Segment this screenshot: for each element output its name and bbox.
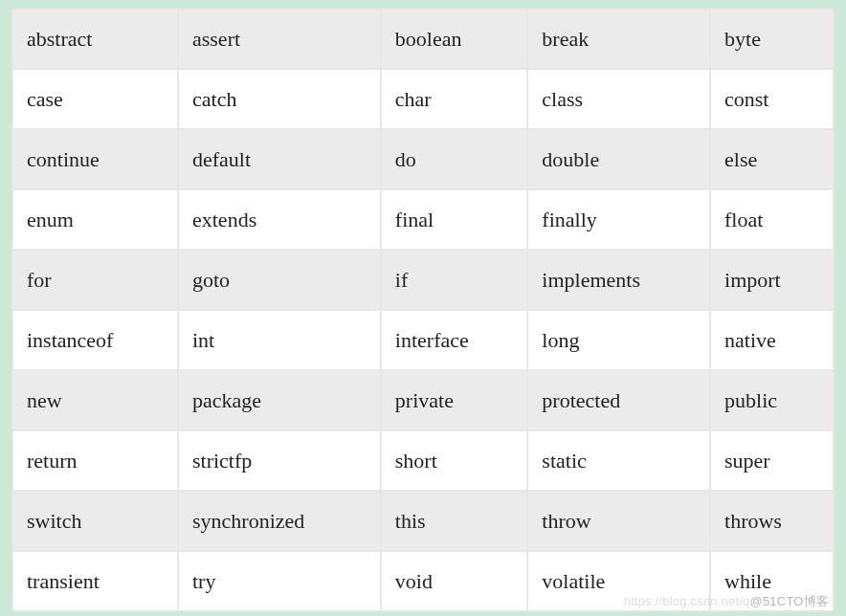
keyword-cell: super [711, 431, 833, 490]
keyword-cell: private [382, 371, 527, 429]
keyword-cell: new [13, 371, 177, 429]
keyword-cell: char [382, 70, 527, 128]
table-row: case catch char class const [13, 70, 833, 128]
table-row: transient try void volatile while [13, 552, 833, 610]
keyword-cell: case [13, 70, 177, 128]
keyword-cell: import [711, 251, 833, 309]
keyword-cell: try [179, 552, 380, 610]
keyword-cell: package [179, 371, 380, 429]
table-row: enum extends final finally float [13, 190, 833, 249]
keyword-cell: implements [528, 251, 709, 309]
keyword-cell: class [528, 70, 709, 128]
keyword-cell: for [13, 251, 177, 309]
keyword-cell: public [711, 371, 833, 429]
keyword-cell: transient [13, 552, 177, 610]
keyword-cell: static [528, 431, 709, 490]
keyword-cell: long [528, 311, 709, 369]
keyword-cell: abstract [13, 10, 177, 68]
table-row: return strictfp short static super [13, 431, 833, 490]
keyword-cell: native [711, 311, 833, 369]
keyword-cell: this [382, 492, 527, 550]
keyword-cell: break [528, 10, 709, 68]
keyword-cell: extends [179, 190, 380, 249]
keyword-cell: catch [179, 70, 380, 128]
keyword-cell: const [711, 70, 833, 128]
keyword-cell: strictfp [179, 431, 380, 490]
keyword-cell: instanceof [13, 311, 177, 369]
table-row: switch synchronized this throw throws [13, 492, 833, 550]
keywords-table-container: abstract assert boolean break byte case … [11, 8, 835, 612]
keyword-cell: return [13, 431, 177, 490]
keyword-cell: boolean [382, 10, 527, 68]
keyword-cell: synchronized [179, 492, 380, 550]
keyword-cell: switch [13, 492, 177, 550]
keyword-cell: enum [13, 190, 177, 249]
keyword-cell: throws [711, 492, 833, 550]
keyword-cell: else [711, 130, 833, 188]
keyword-cell: void [382, 552, 527, 610]
keyword-cell: goto [179, 251, 380, 309]
keyword-cell: protected [528, 371, 709, 429]
keyword-cell: continue [13, 130, 177, 188]
table-row: instanceof int interface long native [13, 311, 833, 369]
keyword-cell: finally [528, 190, 709, 249]
keyword-cell: double [528, 130, 709, 188]
keywords-table: abstract assert boolean break byte case … [11, 8, 835, 612]
keyword-cell: assert [179, 10, 380, 68]
table-row: new package private protected public [13, 371, 833, 429]
keyword-cell: interface [382, 311, 527, 369]
table-row: abstract assert boolean break byte [13, 10, 833, 68]
keyword-cell: short [382, 431, 527, 490]
keyword-cell: throw [528, 492, 709, 550]
table-row: for goto if implements import [13, 251, 833, 309]
keyword-cell: do [382, 130, 527, 188]
keyword-cell: byte [711, 10, 833, 68]
table-row: continue default do double else [13, 130, 833, 188]
keyword-cell: volatile [528, 552, 709, 610]
keyword-cell: while [711, 552, 833, 610]
keyword-cell: default [179, 130, 380, 188]
keyword-cell: int [179, 311, 380, 369]
keyword-cell: float [711, 190, 833, 249]
keyword-cell: final [382, 190, 527, 249]
keyword-cell: if [382, 251, 527, 309]
